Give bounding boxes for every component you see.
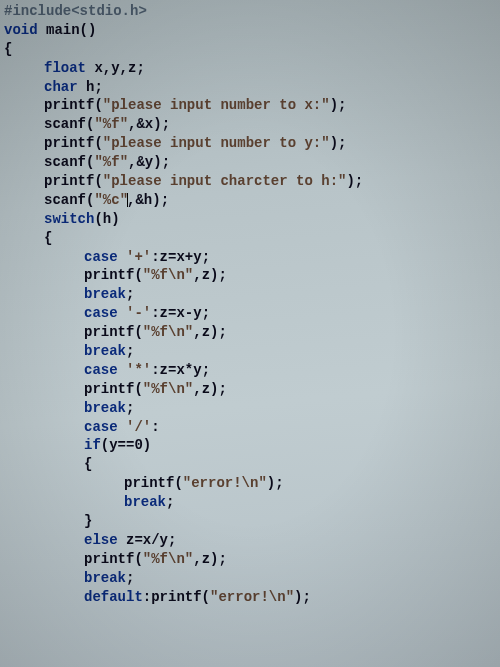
keyword-break: break [84,343,126,359]
code-line: printf("%f\n",z); [4,550,496,569]
function-call: printf( [84,324,143,340]
char-literal: '+' [118,249,152,265]
code-line: printf("%f\n",z); [4,266,496,285]
semicolon: ; [126,286,134,302]
code-line: scanf("%f",&y); [4,153,496,172]
code-line: printf("please input number to y:"); [4,134,496,153]
char-literal: '/' [118,419,152,435]
variable-declaration: h; [78,79,103,95]
code-line: float x,y,z; [4,59,496,78]
code-line: break; [4,285,496,304]
code-line: switch(h) [4,210,496,229]
code-line: #include<stdio.h> [4,2,496,21]
preprocessor-directive: #include<stdio.h> [4,3,147,19]
statement-end: ,&y); [128,154,170,170]
char-literal: '*' [118,362,152,378]
case-body: :z=x*y; [151,362,210,378]
switch-expression: (h) [94,211,119,227]
keyword-else: else [84,532,118,548]
statement-end: ,z); [193,267,227,283]
statement-end: ); [330,97,347,113]
keyword-break: break [84,286,126,302]
code-line: printf("%f\n",z); [4,380,496,399]
function-call: printf( [44,97,103,113]
string-literal: "%c" [94,192,128,208]
function-call: printf( [84,267,143,283]
statement-end: ,&x); [128,116,170,132]
code-line: printf("please input number to x:"); [4,96,496,115]
keyword-char: char [44,79,78,95]
string-literal: "please input number to x:" [103,97,330,113]
semicolon: ; [126,343,134,359]
statement-end: ); [346,173,363,189]
string-literal: "error!\n" [183,475,267,491]
function-call: printf( [124,475,183,491]
keyword-case: case [84,305,118,321]
function-call: scanf( [44,116,94,132]
code-line: if(y==0) [4,436,496,455]
function-call: printf( [44,173,103,189]
code-line: } [4,512,496,531]
code-line: scanf("%c",&h); [4,191,496,210]
else-body: z=x/y; [118,532,177,548]
statement-end: ,z); [193,551,227,567]
code-line: case '/': [4,418,496,437]
code-line: printf("%f\n",z); [4,323,496,342]
keyword-void: void [4,22,38,38]
variable-declaration: x,y,z; [86,60,145,76]
code-line: default:printf("error!\n"); [4,588,496,607]
code-line: case '-':z=x-y; [4,304,496,323]
statement-end: ); [294,589,311,605]
if-condition: (y==0) [101,437,151,453]
code-line: break; [4,399,496,418]
semicolon: ; [166,494,174,510]
function-call: printf( [84,381,143,397]
code-line: { [4,455,496,474]
string-literal: "%f\n" [143,381,193,397]
function-call: scanf( [44,154,94,170]
function-call: printf( [84,551,143,567]
string-literal: "please input charcter to h:" [103,173,347,189]
code-line: char h; [4,78,496,97]
char-literal: '-' [118,305,152,321]
code-line: break; [4,493,496,512]
code-line: printf("please input charcter to h:"); [4,172,496,191]
keyword-break: break [84,400,126,416]
keyword-case: case [84,419,118,435]
case-body: :z=x+y; [151,249,210,265]
statement-end: ); [267,475,284,491]
statement-end: ,z); [193,324,227,340]
string-literal: "error!\n" [210,589,294,605]
string-literal: "%f\n" [143,551,193,567]
semicolon: ; [126,570,134,586]
code-line: break; [4,342,496,361]
string-literal: "please input number to y:" [103,135,330,151]
statement-end: ); [330,135,347,151]
keyword-float: float [44,60,86,76]
default-body: :printf( [143,589,210,605]
code-line: scanf("%f",&x); [4,115,496,134]
keyword-switch: switch [44,211,94,227]
string-literal: "%f" [94,116,128,132]
code-line: break; [4,569,496,588]
code-editor[interactable]: #include<stdio.h> void main() { float x,… [4,2,496,607]
string-literal: "%f\n" [143,267,193,283]
semicolon: ; [126,400,134,416]
statement-end: ,&h); [127,192,169,208]
keyword-break: break [84,570,126,586]
keyword-break: break [124,494,166,510]
function-name: main() [38,22,97,38]
keyword-default: default [84,589,143,605]
case-body: :z=x-y; [151,305,210,321]
statement-end: ,z); [193,381,227,397]
code-line: { [4,40,496,59]
code-line: else z=x/y; [4,531,496,550]
keyword-case: case [84,362,118,378]
function-call: printf( [44,135,103,151]
string-literal: "%f\n" [143,324,193,340]
string-literal: "%f" [94,154,128,170]
code-line: { [4,229,496,248]
code-line: printf("error!\n"); [4,474,496,493]
case-body: : [151,419,159,435]
keyword-if: if [84,437,101,453]
